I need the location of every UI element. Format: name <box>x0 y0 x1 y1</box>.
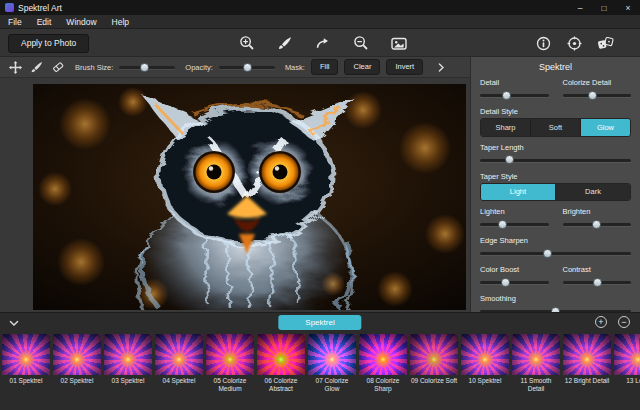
add-preset-button[interactable]: + <box>595 316 607 328</box>
edge-sharpen-label: Edge Sharpen <box>480 236 631 245</box>
brush-icon[interactable] <box>276 35 293 51</box>
lighten-label: Lighten <box>480 207 549 216</box>
paint-brush-tool-icon[interactable] <box>29 60 44 75</box>
brush-toolbar: Brush Size: Opacity: Mask: Fill Clear In… <box>0 57 470 78</box>
preset-item[interactable]: 04 Spektrel <box>155 334 203 393</box>
presets-bar: Spektrel + − <box>0 313 640 332</box>
preset-thumbnail <box>206 334 254 375</box>
color-boost-label: Color Boost <box>480 265 549 274</box>
preset-item[interactable]: 05 Colorize Medium <box>206 334 254 393</box>
window-title: Spektrel Art <box>18 3 62 13</box>
menu-file[interactable]: File <box>8 17 22 27</box>
zoom-in-icon[interactable] <box>238 35 255 51</box>
brighten-slider[interactable] <box>563 218 632 230</box>
minimize-button[interactable]: – <box>568 0 592 15</box>
preset-item[interactable]: 11 Smooth Detail <box>512 334 560 393</box>
preset-item[interactable]: 01 Spektrel <box>2 334 50 393</box>
brush-size-slider[interactable] <box>119 61 175 73</box>
detail-style-soft-button[interactable]: Soft <box>531 119 581 136</box>
dice-icon[interactable] <box>597 35 614 51</box>
preset-item[interactable]: 02 Spektrel <box>53 334 101 393</box>
preset-thumbnail <box>155 334 203 375</box>
close-button[interactable]: × <box>616 0 640 15</box>
owl-artwork <box>33 84 466 310</box>
opacity-slider[interactable] <box>219 61 275 73</box>
preset-thumbnail <box>563 334 611 375</box>
detail-style-label: Detail Style <box>480 107 631 116</box>
detail-style-sharp-button[interactable]: Sharp <box>481 119 531 136</box>
taper-style-dark-button[interactable]: Dark <box>556 184 630 201</box>
detail-style-glow-button[interactable]: Glow <box>581 119 630 136</box>
zoom-out-icon[interactable] <box>352 35 369 51</box>
info-icon[interactable] <box>535 35 552 51</box>
preset-strip: 01 Spektrel 02 Spektrel 03 Spektrel 04 S… <box>0 332 640 393</box>
chevron-down-icon[interactable] <box>7 317 21 329</box>
preset-thumbnail <box>104 334 152 375</box>
titlebar: Spektrel Art – □ × <box>0 0 640 15</box>
smoothing-slider[interactable] <box>480 305 631 312</box>
chevron-right-icon[interactable] <box>433 60 448 75</box>
preset-item[interactable]: 08 Colorize Sharp <box>359 334 407 393</box>
smoothing-label: Smoothing <box>480 294 631 303</box>
preset-thumbnail <box>308 334 356 375</box>
detail-style-segment: Sharp Soft Glow <box>480 118 631 137</box>
preset-thumbnail <box>257 334 305 375</box>
preset-thumbnail <box>410 334 458 375</box>
menu-edit[interactable]: Edit <box>37 17 52 27</box>
move-tool-icon[interactable] <box>8 60 23 75</box>
taper-length-slider[interactable] <box>480 154 631 166</box>
taper-style-light-button[interactable]: Light <box>481 184 556 201</box>
eraser-tool-icon[interactable] <box>50 60 65 75</box>
opacity-label: Opacity: <box>185 63 213 72</box>
main-toolbar: Apply to Photo <box>0 29 640 57</box>
color-boost-slider[interactable] <box>480 276 549 288</box>
preset-item[interactable]: 12 Bright Detail <box>563 334 611 393</box>
image-view-icon[interactable] <box>390 35 407 51</box>
colorize-detail-slider[interactable] <box>563 89 632 101</box>
preset-item[interactable]: 13 Long <box>614 334 640 393</box>
preset-thumbnail <box>2 334 50 375</box>
contrast-slider[interactable] <box>563 276 632 288</box>
toolbar-right-icons <box>535 35 614 51</box>
settings-panel: Spektrel Detail Colorize Detail Detail S… <box>470 57 640 312</box>
taper-style-label: Taper Style <box>480 172 631 181</box>
taper-length-label: Taper Length <box>480 143 631 152</box>
preset-thumbnail <box>359 334 407 375</box>
preset-thumbnail <box>512 334 560 375</box>
preset-item[interactable]: 03 Spektrel <box>104 334 152 393</box>
menubar: File Edit Window Help <box>0 15 640 29</box>
toolbar-center-icons <box>238 35 407 51</box>
apply-to-photo-button[interactable]: Apply to Photo <box>8 34 89 53</box>
window-controls: – □ × <box>568 0 640 15</box>
lighten-slider[interactable] <box>480 218 549 230</box>
undo-arrow-icon[interactable] <box>314 35 331 51</box>
preset-item[interactable]: 10 Spektrel <box>461 334 509 393</box>
menu-window[interactable]: Window <box>66 17 96 27</box>
mask-invert-button[interactable]: Invert <box>386 59 423 75</box>
canvas-image[interactable] <box>33 84 466 310</box>
preset-thumbnail <box>53 334 101 375</box>
mask-label: Mask: <box>285 63 305 72</box>
preset-item[interactable]: 07 Colorize Glow <box>308 334 356 393</box>
preset-thumbnail <box>461 334 509 375</box>
detail-slider[interactable] <box>480 89 549 101</box>
preset-item[interactable]: 06 Colorize Abstract <box>257 334 305 393</box>
preset-item[interactable]: 09 Colorize Soft <box>410 334 458 393</box>
menu-help[interactable]: Help <box>112 17 129 27</box>
target-icon[interactable] <box>566 35 583 51</box>
brighten-label: Brighten <box>563 207 632 216</box>
presets-panel: Spektrel + − 01 Spektrel 02 Spektrel 03 … <box>0 312 640 410</box>
app-window: Spektrel Art – □ × File Edit Window Help… <box>0 0 640 410</box>
remove-preset-button[interactable]: − <box>618 316 630 328</box>
preset-actions: + − <box>595 316 630 328</box>
edge-sharpen-slider[interactable] <box>480 247 631 259</box>
settings-panel-body: Detail Colorize Detail Detail Style Shar… <box>471 77 640 312</box>
mask-clear-button[interactable]: Clear <box>344 59 380 75</box>
mask-fill-button[interactable]: Fill <box>311 59 339 75</box>
preset-category-tab[interactable]: Spektrel <box>278 315 361 330</box>
detail-label: Detail <box>480 78 549 87</box>
settings-panel-title: Spektrel <box>471 57 640 77</box>
maximize-button[interactable]: □ <box>592 0 616 15</box>
colorize-detail-label: Colorize Detail <box>563 78 632 87</box>
preset-thumbnail <box>614 334 640 375</box>
